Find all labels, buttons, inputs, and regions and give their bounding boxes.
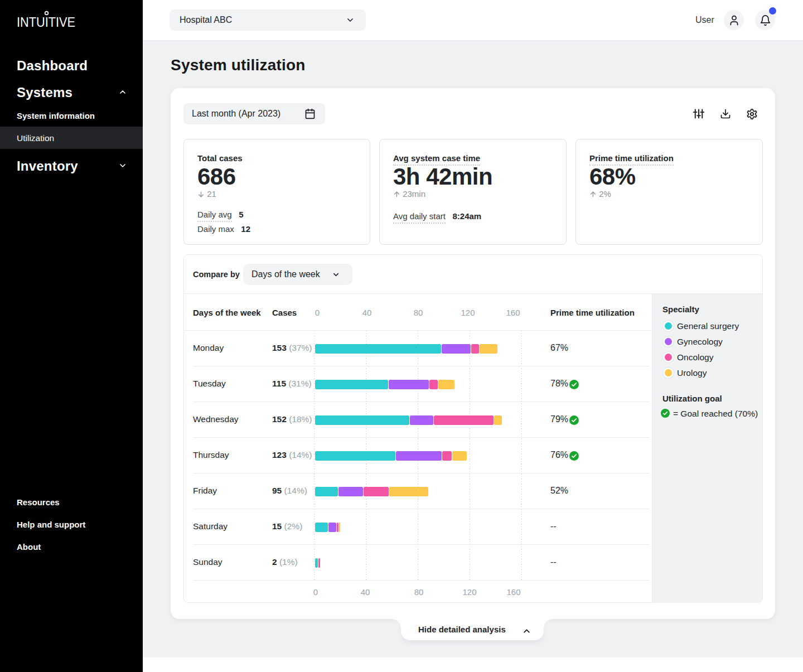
svg-text:INTUITIVE: INTUITIVE bbox=[17, 15, 75, 30]
